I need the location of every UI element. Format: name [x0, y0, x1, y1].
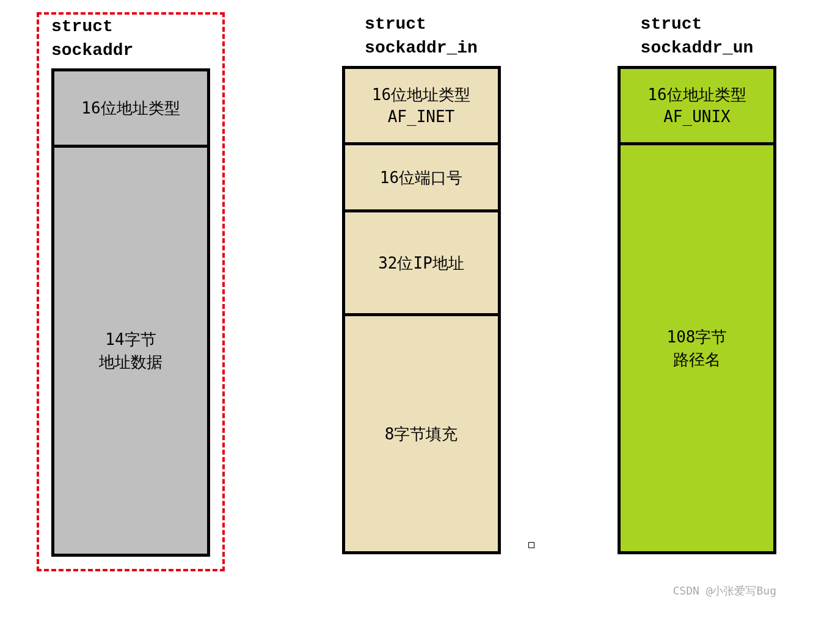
watermark-text: CSDN @小张爱写Bug	[12, 571, 801, 598]
struct-sockaddr-un: 16位地址类型 AF_UNIX 108字节 路径名	[618, 66, 776, 554]
struct-sockaddr-in: 16位地址类型 AF_INET 16位端口号 32位IP地址 8字节填充	[342, 66, 501, 554]
diagram-container: struct sockaddr 16位地址类型 14字节 地址数据 struct…	[12, 12, 801, 571]
column-sockaddr-un: struct sockaddr_un 16位地址类型 AF_UNIX 108字节…	[618, 12, 776, 554]
highlight-box: struct sockaddr 16位地址类型 14字节 地址数据	[37, 12, 225, 571]
cell-sockaddr-type: 16位地址类型	[54, 71, 207, 145]
cell-sockaddr-data: 14字节 地址数据	[54, 145, 207, 554]
marker-icon	[528, 542, 534, 548]
cell-un-path: 108字节 路径名	[621, 142, 773, 551]
struct-sockaddr: 16位地址类型 14字节 地址数据	[51, 68, 210, 557]
title-sockaddr-un: struct sockaddr_un	[641, 12, 754, 60]
column-sockaddr: struct sockaddr 16位地址类型 14字节 地址数据	[37, 12, 225, 571]
title-sockaddr: struct sockaddr	[51, 15, 210, 62]
column-sockaddr-in: struct sockaddr_in 16位地址类型 AF_INET 16位端口…	[342, 12, 501, 554]
cell-in-type: 16位地址类型 AF_INET	[345, 69, 498, 142]
cell-in-port: 16位端口号	[345, 142, 498, 209]
cell-in-pad: 8字节填充	[345, 313, 498, 551]
title-sockaddr-in: struct sockaddr_in	[365, 12, 478, 60]
cell-un-type: 16位地址类型 AF_UNIX	[621, 69, 773, 142]
cell-in-ip: 32位IP地址	[345, 209, 498, 313]
